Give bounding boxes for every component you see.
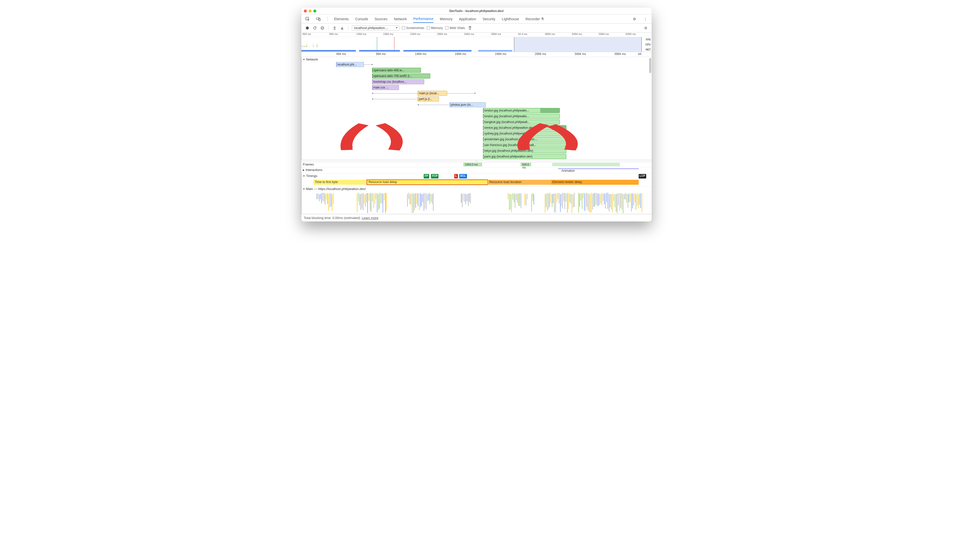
performance-toolbar: localhost.philipwalton.... Screenshots M… [301,23,652,32]
lcp-segment[interactable]: Resource load delay [367,180,487,185]
network-request[interactable]: bangkok.jpg (localhost.philipwalt... [483,119,560,124]
close-icon[interactable] [304,9,307,12]
timing-flag-dcl[interactable]: DCL [459,174,467,178]
device-toggle-icon[interactable] [316,17,321,21]
devtools-window: DevTools - localhost.philipwalton.dev/ E… [301,8,652,221]
network-request[interactable]: sydney.jpg (localhost.philipwalton... [483,131,563,136]
window-title: DevTools - localhost.philipwalton.dev/ [321,9,632,13]
network-request[interactable]: amsterdam.jpg (localhost.philipwalton...… [483,137,567,142]
screenshots-checkbox[interactable]: Screenshots [402,26,424,30]
net-label: NET [642,47,652,52]
tracks-area[interactable]: ▼Network localhost.phi...opensans-latin-… [301,57,652,214]
network-request[interactable]: perf.js (l... [418,96,439,102]
record-button[interactable] [305,25,310,31]
cpu-label: CPU [642,42,652,47]
status-footer: Total blocking time: 0.00ms (estimated) … [301,214,652,221]
zoom-icon[interactable] [314,9,316,12]
tab-lighthouse[interactable]: Lighthouse [502,15,519,23]
tab-recorder-[interactable]: Recorder ⚗ [526,15,544,23]
timing-flag-fp[interactable]: FP [424,174,429,178]
network-request[interactable]: bootstrap.css (localhos... [372,79,424,84]
network-request[interactable]: london.jpg (localhost.philipwalto... [483,108,560,113]
network-request[interactable]: opensans-latin-400.w... [372,68,421,73]
settings-icon[interactable]: ⚙ [632,17,637,21]
network-request[interactable]: main.css ... [372,85,399,90]
inspect-icon[interactable] [305,17,310,21]
animation-label: Animation [562,169,575,173]
save-profile-button[interactable] [340,25,345,31]
network-request[interactable]: main.js (local... [418,91,447,96]
network-header[interactable]: ▼Network [301,57,652,62]
network-request[interactable]: san-francisco.jpg (localhost.philipwalt.… [483,142,567,147]
timing-flag-lcp[interactable]: LCP [639,174,646,178]
tab-performance[interactable]: Performance [413,15,433,23]
frame-bar[interactable]: 1050.0 ms [464,163,482,166]
kebab-menu-icon[interactable]: ⋮ [643,17,648,21]
lcp-segment[interactable]: Time to first byte [314,180,367,185]
minimize-icon[interactable] [309,9,312,12]
window-titlebar: DevTools - localhost.philipwalton.dev/ [301,8,652,14]
learn-more-link[interactable]: Learn more [362,216,378,220]
timings-track[interactable]: ▼Timings FPFCPLDCLLCP Time to first byte… [301,173,652,187]
tab-memory[interactable]: Memory [440,15,453,23]
network-request[interactable]: venice.jpg (localhost.philipwalton.dev) [483,125,567,130]
tab-sources[interactable]: Sources [375,15,387,23]
network-track[interactable]: ▼Network localhost.phi...opensans-latin-… [301,57,652,160]
timing-flag-l[interactable]: L [454,174,458,178]
network-request[interactable]: tokyo.jpg (localhost.philipwalton.dev) [483,148,567,153]
tab-network[interactable]: Network [394,15,407,23]
network-request[interactable]: localhost.phi... [336,62,364,67]
overview-strip[interactable]: 494 ms994 ms1494 ms1994 ms2494 ms2994 ms… [301,32,652,52]
panel-tabs: ElementsConsoleSourcesNetworkPerformance… [301,14,652,23]
panel-settings-icon[interactable]: ⚙ [643,25,648,31]
frames-track[interactable]: Frames 1050.0 ms500.0 ms [301,162,652,167]
lcp-segment[interactable]: Resource load duration [488,180,551,185]
timeline-ruler[interactable]: 494 ms994 ms1494 ms1994 ms2494 ms2994 ms… [301,52,652,57]
interactions-track[interactable]: ▶Interactions Animation [301,167,652,173]
network-request[interactable]: opensans-latin-700.woff2 (l... [372,74,430,79]
main-thread-track[interactable]: ▼Main — https://localhost.philipwalton.d… [301,187,652,214]
scrollbar[interactable] [649,58,651,73]
lcp-segment[interactable]: Element render delay [551,180,639,185]
tab-application[interactable]: Application [459,15,476,23]
overview-net [301,50,642,52]
garbage-collect-button[interactable] [467,25,472,31]
clear-button[interactable] [320,25,325,31]
tab-security[interactable]: Security [483,15,495,23]
total-blocking-time: Total blocking time: 0.00ms (estimated) [304,216,360,220]
network-request[interactable]: paris.jpg (localhost.philipwalton.dev) [483,154,567,159]
window-traffic-lights[interactable] [304,9,321,12]
profile-select[interactable]: localhost.philipwalton.... [352,25,399,31]
splitter[interactable]: ··· [301,160,652,162]
network-request[interactable]: photos.json (lo... [450,102,486,107]
webvitals-checkbox[interactable]: Web Vitals [445,26,465,30]
frames-strip [553,163,649,166]
memory-checkbox[interactable]: Memory [427,26,443,30]
load-profile-button[interactable] [332,25,337,31]
fps-label: FPS [642,37,652,42]
reload-record-button[interactable] [312,25,317,31]
timing-flag-fcp[interactable]: FCP [431,174,438,178]
tab-elements[interactable]: Elements [334,15,349,23]
network-request[interactable]: london.jpg (localhost.philipwalto... [483,114,560,119]
tab-console[interactable]: Console [355,15,368,23]
frame-bar[interactable]: 500.0 ms [521,163,531,166]
